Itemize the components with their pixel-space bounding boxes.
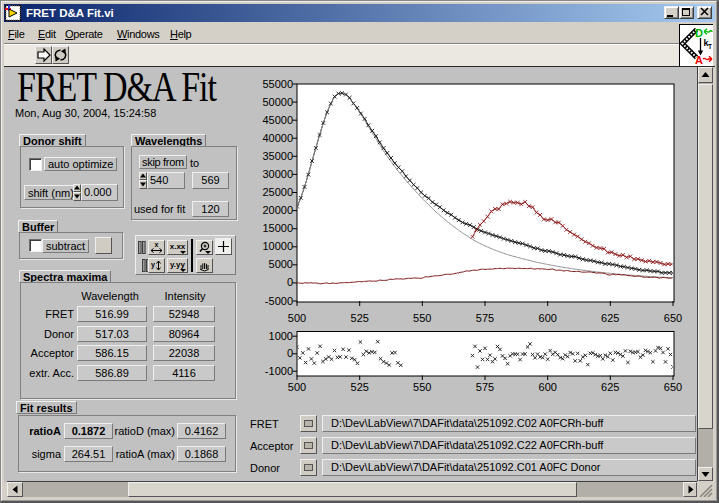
svg-text:650: 650 <box>664 381 682 393</box>
svg-text:550: 550 <box>413 381 431 393</box>
svg-text:575: 575 <box>476 312 494 324</box>
svg-text:600: 600 <box>539 381 557 393</box>
svg-text:650: 650 <box>664 312 682 324</box>
svg-text:35000: 35000 <box>262 150 293 162</box>
svg-text:x: x <box>155 241 159 248</box>
svg-text:15000: 15000 <box>262 222 293 234</box>
svg-text:D: D <box>695 27 703 39</box>
svg-text:x.xx: x.xx <box>170 242 186 251</box>
svg-text:-1000: -1000 <box>265 365 293 377</box>
svg-text:625: 625 <box>601 381 619 393</box>
svg-text:20000: 20000 <box>262 204 293 216</box>
svg-text:500: 500 <box>288 381 306 393</box>
svg-text:5000: 5000 <box>269 258 293 270</box>
svg-text:525: 525 <box>351 381 369 393</box>
svg-text:550: 550 <box>413 312 431 324</box>
svg-text:625: 625 <box>601 312 619 324</box>
svg-text:30000: 30000 <box>262 168 293 180</box>
svg-text:525: 525 <box>351 312 369 324</box>
svg-text:A: A <box>695 54 703 66</box>
svg-text:-5000: -5000 <box>265 295 293 307</box>
svg-text:55000: 55000 <box>262 78 293 90</box>
svg-text:0: 0 <box>287 347 293 359</box>
svg-text:1000: 1000 <box>269 330 293 342</box>
svg-text:T: T <box>708 43 712 50</box>
svg-text:45000: 45000 <box>262 114 293 126</box>
svg-text:500: 500 <box>288 312 306 324</box>
svg-text:50000: 50000 <box>262 96 293 108</box>
svg-text:0: 0 <box>287 276 293 288</box>
svg-text:40000: 40000 <box>262 132 293 144</box>
svg-text:y: y <box>151 261 155 269</box>
svg-text:575: 575 <box>476 381 494 393</box>
svg-text:25000: 25000 <box>262 186 293 198</box>
svg-text:600: 600 <box>539 312 557 324</box>
svg-text:y.yy: y.yy <box>170 260 186 269</box>
svg-text:10000: 10000 <box>262 240 293 252</box>
